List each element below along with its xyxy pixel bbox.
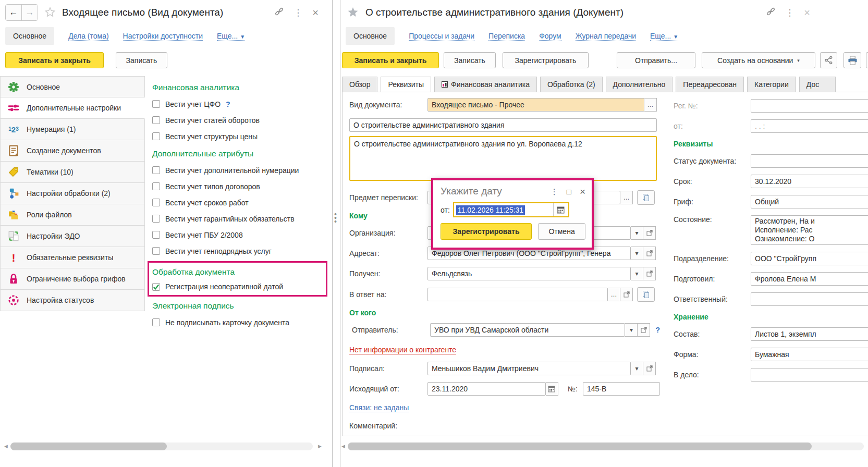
save-button[interactable]: Записать [116,52,167,68]
cut-toolbar-button[interactable] [866,52,868,68]
close-icon[interactable]: × [804,7,810,18]
reg-number-input[interactable] [751,99,868,113]
reg-date-input[interactable]: . . : [751,119,868,133]
unit-input[interactable]: ООО "СтройГрупп [751,252,868,265]
sidebar-item-edo-settings[interactable]: Настройки ЭДО [0,226,145,247]
nav-link-more[interactable]: Еще...▼ [217,32,245,41]
sidebar-item-processing-settings[interactable]: Настройки обработки (2) [0,183,145,204]
sidebar-item-numbering[interactable]: 123 Нумерация (1) [0,119,145,140]
tab-categories[interactable]: Категории [747,77,796,92]
checkbox-warranty[interactable] [152,215,160,223]
calendar-button[interactable] [553,203,568,216]
nav-link-processes[interactable]: Процессы и задачи [409,32,474,41]
ellipsis-button[interactable]: … [620,191,633,204]
register-button[interactable]: Зарегистрировать [503,52,589,68]
nav-link-transfer-log[interactable]: Журнал передачи [576,32,636,41]
copy-button[interactable] [637,287,655,302]
dropdown-button[interactable]: ▾ [631,226,643,240]
dropdown-button[interactable]: ▾ [625,323,638,337]
create-based-on-button[interactable]: Создать на основании ▾ [702,52,815,68]
prepared-by-input[interactable]: Фролова Елена М [751,272,868,286]
favorite-star-icon[interactable] [347,6,359,20]
summary-textarea[interactable]: О строительстве административного здания… [349,136,657,181]
sidebar-item-main[interactable]: Основное [0,76,145,97]
grif-input[interactable]: Общий [751,195,868,208]
responsible-input[interactable] [751,292,868,306]
no-counterparty-info-link[interactable]: Нет информации о контрагенте [349,346,456,354]
tab-financial-analytics[interactable]: Финансовая аналитика [434,77,537,92]
more-menu-icon[interactable]: ⋮ [785,8,794,17]
open-button[interactable] [638,323,650,337]
checkbox-work-terms[interactable] [152,199,160,206]
dialog-cancel-button[interactable]: Отмена [538,223,585,240]
dropdown-button[interactable]: ▾ [631,362,643,375]
ellipsis-button[interactable]: … [644,98,657,112]
due-date-input[interactable]: 30.12.2020 [751,175,868,188]
tab-access-cut[interactable]: Дос [799,77,836,92]
open-button[interactable] [643,362,656,375]
dialog-close-icon[interactable]: × [580,187,585,196]
checkbox-pbu[interactable] [152,231,160,239]
checkbox-additional-numbering[interactable] [152,166,160,174]
doc-status-input[interactable] [751,154,868,168]
back-button[interactable]: ← [6,5,21,20]
dropdown-button[interactable]: ▾ [631,247,643,260]
save-button[interactable]: Записать [444,52,496,68]
window-splitter[interactable]: ••• [333,0,340,467]
tab-additional[interactable]: Дополнительно [606,77,673,92]
checkbox-price-structure[interactable] [152,132,160,140]
scrollbar-thumb[interactable] [348,443,812,450]
ellipsis-button[interactable]: … [608,288,620,301]
save-and-close-button[interactable]: Записать и закрыть [5,52,104,68]
tab-requisites[interactable]: Реквизиты [381,77,431,92]
number-input[interactable]: 145-В [583,382,660,396]
tab-processing[interactable]: Обработка (2) [540,77,603,92]
sidebar-item-status-settings[interactable]: Настройка статусов [0,290,145,311]
outgoing-date-input[interactable]: 23.11.2020 [427,382,546,396]
open-button[interactable] [643,267,656,280]
title-input[interactable]: О строительстве административного здания [349,118,657,132]
paper-form-input[interactable]: Бумажная [751,348,868,361]
copy-button[interactable] [637,190,655,205]
scrollbar-thumb[interactable] [10,443,167,450]
checkbox-no-sign-card[interactable] [152,318,160,326]
sidebar-item-topics[interactable]: Тематики (10) [0,162,145,183]
send-button[interactable]: Отправить... [617,52,695,68]
dialog-register-button[interactable]: Зарегистрировать [441,223,532,240]
open-button[interactable] [643,226,656,240]
checkbox-general-contract[interactable] [152,247,160,255]
maximize-icon[interactable]: □ [567,188,571,195]
help-icon[interactable]: ? [226,100,230,108]
sidebar-item-document-creation[interactable]: Создание документов [0,140,145,162]
close-icon[interactable]: × [312,7,319,18]
open-button[interactable] [643,247,656,260]
date-input[interactable]: 11.02.2026 11:25:31 [454,203,553,216]
print-button[interactable] [843,52,861,68]
checkbox-non-operative-date[interactable] [152,283,160,291]
more-menu-icon[interactable]: ⋮ [294,8,302,17]
scroll-left-icon[interactable]: ◄ [3,443,9,449]
favorite-star-icon[interactable] [44,6,56,19]
nav-link-more[interactable]: Еще...▼ [650,32,678,41]
link-icon[interactable] [275,7,284,18]
sidebar-item-additional-settings[interactable]: Дополнительные настройки [0,97,145,119]
checkbox-turnover-items[interactable] [152,116,160,124]
dialog-menu-icon[interactable]: ⋮ [551,188,558,195]
open-button[interactable] [620,288,633,301]
dropdown-button[interactable]: ▾ [631,267,643,280]
state-box[interactable]: Рассмотрен, На и Исполнение: Рас Ознаком… [751,215,868,245]
tab-readdressed[interactable]: Переадресован [676,77,744,92]
reply-to-input[interactable] [427,288,608,301]
nav-link-correspondence[interactable]: Переписка [488,32,525,41]
received-input[interactable]: Фельдсвязь [427,267,631,280]
case-input[interactable] [751,368,868,382]
share-button[interactable] [820,52,837,68]
nav-tab-main[interactable]: Основное [5,27,54,45]
sidebar-item-file-roles[interactable]: Роли файлов [0,204,145,226]
link-icon[interactable] [766,7,775,18]
help-icon[interactable]: ? [655,326,660,334]
scroll-right-icon[interactable]: ► [317,443,323,449]
links-not-set-link[interactable]: Связи: не заданы [349,403,409,412]
calendar-button[interactable] [546,382,558,396]
checkbox-cfo[interactable] [152,100,160,108]
